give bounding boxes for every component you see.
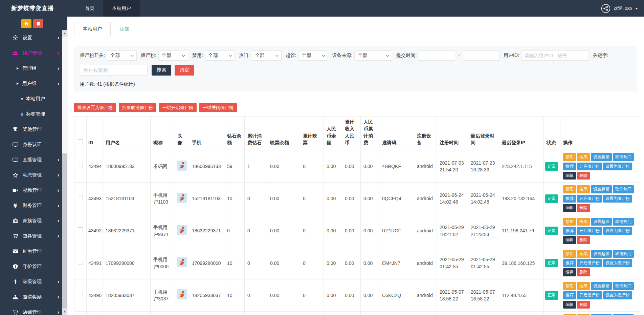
cancel-hot-button[interactable]: 取消热门 bbox=[613, 250, 634, 258]
filter-select[interactable]: 全部 bbox=[107, 50, 137, 61]
filter-select[interactable]: 全部 bbox=[298, 50, 328, 61]
sidebar-item[interactable]: 用户管理› bbox=[0, 45, 67, 61]
filter-select[interactable]: 全部 bbox=[205, 50, 235, 61]
delete-button[interactable]: 删除 bbox=[577, 301, 590, 309]
user-id-input[interactable] bbox=[521, 50, 589, 61]
set-super-admin-button[interactable]: 设置超管 bbox=[591, 185, 612, 193]
batch-set-zombie-button[interactable]: 批量设置为僵尸粉 bbox=[74, 103, 116, 112]
search-button[interactable]: 搜索 bbox=[152, 65, 171, 76]
edit-button[interactable]: 编辑 bbox=[563, 236, 576, 244]
recommend-button[interactable]: 推荐 bbox=[563, 195, 576, 203]
enable-zombie-button[interactable]: 开启僵尸粉 bbox=[577, 291, 602, 299]
sidebar-item[interactable]: 动态管理› bbox=[0, 167, 67, 183]
blacklist-button[interactable]: 拉黑 bbox=[577, 153, 590, 161]
enable-zombie-button[interactable]: 开启僵尸粉 bbox=[577, 195, 602, 203]
set-super-admin-button[interactable]: 设置超管 bbox=[591, 282, 612, 290]
recommend-button[interactable]: 推荐 bbox=[563, 291, 576, 299]
row-checkbox[interactable] bbox=[78, 292, 83, 297]
delete-button[interactable]: 删除 bbox=[577, 204, 590, 212]
blacklist-button[interactable]: 拉黑 bbox=[577, 185, 590, 193]
sidebar-item[interactable]: »标签管理 bbox=[0, 106, 67, 122]
set-super-admin-button[interactable]: 设置超管 bbox=[591, 250, 612, 258]
disable-button[interactable]: 禁用 bbox=[563, 153, 576, 161]
sidebar-item[interactable]: »本站用户 bbox=[0, 91, 67, 106]
edit-button[interactable]: 编辑 bbox=[563, 204, 576, 212]
row-checkbox[interactable] bbox=[78, 227, 83, 232]
sidebar-item[interactable]: 设置› bbox=[0, 30, 67, 45]
set-zombie-button[interactable]: 设置为僵尸粉 bbox=[603, 163, 632, 170]
set-super-admin-button[interactable]: 设置超管 bbox=[591, 153, 612, 161]
delete-button[interactable]: 删除 bbox=[577, 236, 590, 244]
sidebar-item[interactable]: 邀请奖励› bbox=[0, 289, 67, 304]
filter-select[interactable]: 全部 bbox=[354, 50, 392, 61]
tab-add[interactable]: 添加 bbox=[120, 26, 129, 32]
disable-button[interactable]: 禁用 bbox=[563, 250, 576, 258]
disable-button[interactable]: 禁用 bbox=[563, 185, 576, 193]
sidebar-item[interactable]: 店铺管理› bbox=[0, 304, 67, 315]
blacklist-button[interactable]: 拉黑 bbox=[577, 282, 590, 290]
sidebar-item[interactable]: 红包管理 bbox=[0, 244, 67, 259]
sidebar-item[interactable]: ¥财务管理› bbox=[0, 198, 67, 213]
recommend-button[interactable]: 推荐 bbox=[563, 163, 576, 170]
filter-select[interactable]: 全部 bbox=[158, 50, 188, 61]
disable-button[interactable]: 禁用 bbox=[563, 282, 576, 290]
disable-all-zombie-button[interactable]: 一键关闭僵尸粉 bbox=[199, 103, 237, 112]
cell-rmb-balance: 0.00 bbox=[324, 279, 342, 311]
trash-button[interactable] bbox=[33, 19, 43, 28]
cancel-hot-button[interactable]: 取消热门 bbox=[613, 185, 634, 193]
enable-zombie-button[interactable]: 开启僵尸粉 bbox=[577, 227, 602, 235]
set-zombie-button[interactable]: 设置为僵尸粉 bbox=[603, 227, 632, 235]
recommend-button[interactable]: 推荐 bbox=[563, 227, 576, 235]
welcome-text[interactable]: 欢迎, xxb bbox=[614, 5, 632, 12]
set-zombie-button[interactable]: 设置为僵尸粉 bbox=[603, 259, 632, 267]
home-button[interactable] bbox=[21, 19, 31, 28]
submit-time-end-input[interactable] bbox=[463, 50, 499, 61]
sidebar-item[interactable]: 道具管理› bbox=[0, 228, 67, 244]
sidebar-item[interactable]: 管理组› bbox=[0, 61, 67, 76]
blacklist-button[interactable]: 拉黑 bbox=[577, 250, 590, 258]
cancel-hot-button[interactable]: 取消热门 bbox=[613, 153, 634, 161]
scrollbar-thumb[interactable] bbox=[62, 37, 67, 153]
enable-zombie-button[interactable]: 开启僵尸粉 bbox=[577, 259, 602, 267]
set-zombie-button[interactable]: 设置为僵尸粉 bbox=[603, 291, 632, 299]
edit-button[interactable]: 编辑 bbox=[563, 301, 576, 309]
nav-tab-site-users[interactable]: 本站用户 bbox=[103, 0, 140, 17]
keyword-input[interactable] bbox=[80, 65, 148, 76]
cancel-hot-button[interactable]: 取消热门 bbox=[613, 218, 634, 226]
submit-time-start-input[interactable] bbox=[419, 50, 455, 61]
set-super-admin-button[interactable]: 设置超管 bbox=[591, 218, 612, 226]
edit-button[interactable]: 编辑 bbox=[563, 172, 576, 180]
row-checkbox[interactable] bbox=[78, 163, 83, 168]
sidebar-scrollbar[interactable] bbox=[62, 30, 67, 315]
filter-panel: 僵尸粉开关:全部僵尸粉:全部禁用:全部热门:全部超管:全部设备来源:全部 提交时… bbox=[74, 46, 637, 91]
sidebar-item[interactable]: 视频管理› bbox=[0, 183, 67, 198]
enable-all-zombie-button[interactable]: 一键开启僵尸粉 bbox=[159, 103, 197, 112]
sidebar-item[interactable]: 身份认证 bbox=[0, 137, 67, 152]
sidebar-item[interactable]: 家族管理› bbox=[0, 213, 67, 228]
tab-site-users[interactable]: 本站用户 bbox=[74, 22, 111, 36]
delete-button[interactable]: 删除 bbox=[577, 268, 590, 276]
recommend-button[interactable]: 推荐 bbox=[563, 259, 576, 267]
row-checkbox[interactable] bbox=[78, 260, 83, 265]
row-checkbox[interactable] bbox=[78, 195, 83, 200]
scrollbar-up-arrow[interactable] bbox=[62, 30, 67, 37]
cancel-hot-button[interactable]: 取消热门 bbox=[613, 282, 634, 290]
sidebar-item[interactable]: 奖池管理 bbox=[0, 122, 67, 137]
filter-select[interactable]: 全部 bbox=[252, 50, 282, 61]
scrollbar-down-arrow[interactable] bbox=[62, 308, 67, 315]
batch-cancel-zombie-button[interactable]: 批量取消僵尸粉 bbox=[119, 103, 156, 112]
edit-button[interactable]: 编辑 bbox=[563, 268, 576, 276]
select-all-checkbox[interactable] bbox=[78, 139, 83, 144]
delete-button[interactable]: 删除 bbox=[577, 172, 590, 180]
sidebar-item[interactable]: 等级管理› bbox=[0, 274, 67, 289]
set-zombie-button[interactable]: 设置为僵尸粉 bbox=[603, 195, 632, 203]
sidebar-item[interactable]: 守护管理 bbox=[0, 259, 67, 274]
disable-button[interactable]: 禁用 bbox=[563, 218, 576, 226]
blacklist-button[interactable]: 拉黑 bbox=[577, 218, 590, 226]
enable-zombie-button[interactable]: 开启僵尸粉 bbox=[577, 163, 602, 170]
clear-button[interactable]: 清空 bbox=[175, 65, 194, 76]
nav-tab-home[interactable]: 首页 bbox=[76, 0, 103, 17]
sidebar-item[interactable]: 直播管理› bbox=[0, 152, 67, 167]
sidebar-item[interactable]: 用户组› bbox=[0, 76, 67, 91]
share-network-icon[interactable] bbox=[601, 4, 610, 13]
